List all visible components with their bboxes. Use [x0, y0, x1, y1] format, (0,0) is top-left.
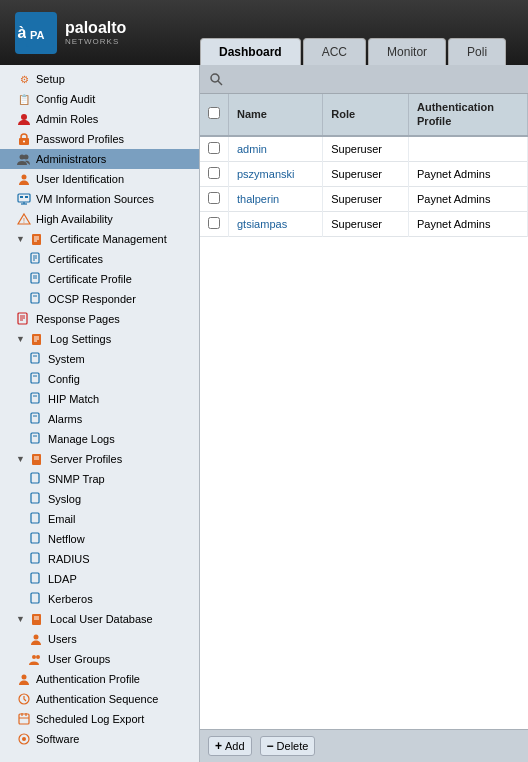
table-header-row: Name Role AuthenticationProfile [200, 94, 528, 136]
admin-roles-icon [16, 111, 32, 127]
sidebar-item-server-profiles[interactable]: ▼ Server Profiles [0, 449, 199, 469]
tab-acc[interactable]: ACC [303, 38, 366, 65]
row-checkbox-cell [200, 211, 229, 236]
syslog-icon [28, 491, 44, 507]
sidebar-scroll: ⚙ Setup 📋 Config Audit Admin Roles Pas [0, 65, 199, 753]
sidebar-item-label: Manage Logs [48, 433, 115, 445]
sidebar-item-setup[interactable]: ⚙ Setup [0, 69, 199, 89]
svg-point-5 [23, 141, 25, 143]
kerberos-icon [28, 591, 44, 607]
sidebar-item-radius[interactable]: RADIUS [0, 549, 199, 569]
add-button[interactable]: + Add [208, 736, 252, 756]
sidebar-item-user-identification[interactable]: User Identification [0, 169, 199, 189]
ldap-icon [28, 571, 44, 587]
row-name-link[interactable]: admin [237, 143, 267, 155]
sidebar-item-certificate-management[interactable]: ▼ Certificate Management [0, 229, 199, 249]
sidebar-item-hip-match[interactable]: HIP Match [0, 389, 199, 409]
svg-point-7 [24, 155, 29, 160]
search-button[interactable] [206, 69, 226, 89]
sidebar-item-label: OCSP Responder [48, 293, 136, 305]
tab-monitor[interactable]: Monitor [368, 38, 446, 65]
sidebar-item-config[interactable]: Config [0, 369, 199, 389]
software-icon [16, 731, 32, 747]
setup-icon: ⚙ [16, 71, 32, 87]
snmp-icon [28, 471, 44, 487]
sidebar-item-label: Certificate Profile [48, 273, 132, 285]
sidebar-item-vm-info-sources[interactable]: VM Information Sources [0, 189, 199, 209]
high-avail-icon: ! [16, 211, 32, 227]
sidebar-item-label: Certificates [48, 253, 103, 265]
sidebar-item-local-user-db[interactable]: ▼ Local User Database [0, 609, 199, 629]
tab-dashboard[interactable]: Dashboard [200, 38, 301, 65]
password-profiles-icon [16, 131, 32, 147]
sidebar-item-auth-profile[interactable]: Authentication Profile [0, 669, 199, 689]
sidebar-item-alarms[interactable]: Alarms [0, 409, 199, 429]
sidebar-item-label: LDAP [48, 573, 77, 585]
sidebar-item-user-groups[interactable]: User Groups [0, 649, 199, 669]
row-auth-profile: Paynet Admins [409, 186, 528, 211]
svg-point-71 [211, 74, 219, 82]
content-header [200, 65, 528, 94]
sidebar-item-ldap[interactable]: LDAP [0, 569, 199, 589]
sidebar-item-label: SNMP Trap [48, 473, 105, 485]
sidebar-item-label: Authentication Profile [36, 673, 140, 685]
sidebar-item-password-profiles[interactable]: Password Profiles [0, 129, 199, 149]
certificates-icon [28, 251, 44, 267]
sidebar-item-certificate-profile[interactable]: Certificate Profile [0, 269, 199, 289]
row-name-link[interactable]: gtsiampas [237, 218, 287, 230]
expand-log-icon: ▼ [16, 334, 28, 344]
select-all-checkbox[interactable] [208, 107, 220, 119]
delete-label: Delete [277, 740, 309, 752]
sidebar-item-ocsp-responder[interactable]: OCSP Responder [0, 289, 199, 309]
sidebar-item-admin-roles[interactable]: Admin Roles [0, 109, 199, 129]
sidebar-item-netflow[interactable]: Netflow [0, 529, 199, 549]
svg-rect-41 [31, 393, 39, 403]
sidebar-item-label: RADIUS [48, 553, 90, 565]
row-role: Superuser [323, 211, 409, 236]
sidebar-item-system[interactable]: System [0, 349, 199, 369]
sidebar-item-users[interactable]: Users [0, 629, 199, 649]
user-id-icon [16, 171, 32, 187]
sidebar-item-syslog[interactable]: Syslog [0, 489, 199, 509]
sidebar-item-label: Log Settings [50, 333, 111, 345]
svg-rect-56 [31, 593, 39, 603]
sidebar-item-label: Email [48, 513, 76, 525]
logo-brand: paloalto [65, 19, 126, 37]
row-name-link[interactable]: pszymanski [237, 168, 294, 180]
sidebar-item-label: User Groups [48, 653, 110, 665]
user-groups-icon [28, 651, 44, 667]
row-checkbox[interactable] [208, 167, 220, 179]
administrators-table: Name Role AuthenticationProfile admin Su… [200, 94, 528, 237]
sidebar-item-config-audit[interactable]: 📋 Config Audit [0, 89, 199, 109]
sidebar-item-kerberos[interactable]: Kerberos [0, 589, 199, 609]
sidebar-item-manage-logs[interactable]: Manage Logs [0, 429, 199, 449]
sidebar[interactable]: ⚙ Setup 📋 Config Audit Admin Roles Pas [0, 65, 200, 762]
delete-button[interactable]: − Delete [260, 736, 316, 756]
row-auth-profile: Paynet Admins [409, 161, 528, 186]
sidebar-item-auth-sequence[interactable]: Authentication Sequence [0, 689, 199, 709]
row-name-link[interactable]: thalperin [237, 193, 279, 205]
sidebar-item-label: Response Pages [36, 313, 120, 325]
sidebar-item-label: Software [36, 733, 79, 745]
sidebar-item-email[interactable]: Email [0, 509, 199, 529]
row-checkbox[interactable] [208, 217, 220, 229]
sidebar-item-certificates[interactable]: Certificates [0, 249, 199, 269]
tab-poli[interactable]: Poli [448, 38, 506, 65]
sidebar-item-administrators[interactable]: Administrators [0, 149, 199, 169]
sidebar-item-snmp-trap[interactable]: SNMP Trap [0, 469, 199, 489]
sidebar-item-high-availability[interactable]: ! High Availability [0, 209, 199, 229]
svg-rect-54 [31, 553, 39, 563]
svg-point-70 [22, 737, 26, 741]
sidebar-item-software[interactable]: Software [0, 729, 199, 749]
row-checkbox[interactable] [208, 142, 220, 154]
row-checkbox[interactable] [208, 192, 220, 204]
sidebar-item-label: User Identification [36, 173, 124, 185]
svg-rect-45 [31, 433, 39, 443]
system-icon [28, 351, 44, 367]
logo-symbol: à [18, 24, 27, 42]
sidebar-item-response-pages[interactable]: Response Pages [0, 309, 199, 329]
sidebar-item-label: Setup [36, 73, 65, 85]
sidebar-item-log-settings[interactable]: ▼ Log Settings [0, 329, 199, 349]
sidebar-item-scheduled-log-export[interactable]: Scheduled Log Export [0, 709, 199, 729]
table-row: gtsiampas Superuser Paynet Admins [200, 211, 528, 236]
